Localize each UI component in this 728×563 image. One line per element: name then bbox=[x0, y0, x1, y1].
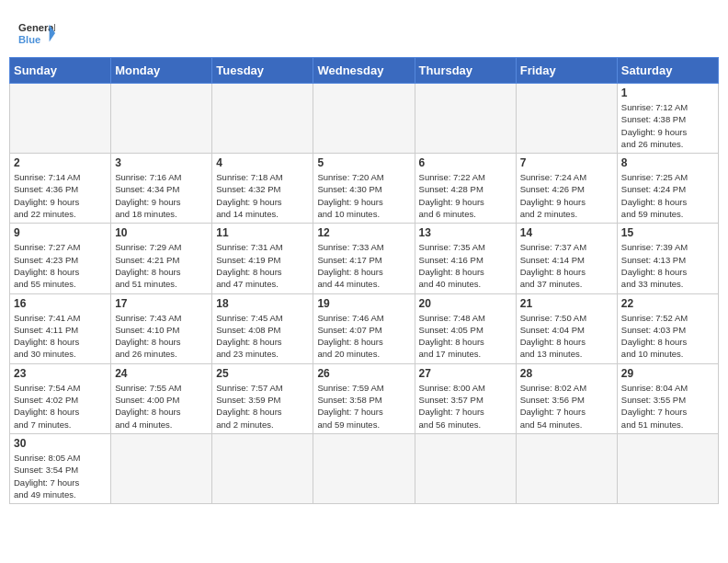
calendar-cell bbox=[10, 84, 111, 154]
day-info: Sunrise: 7:39 AM Sunset: 4:13 PM Dayligh… bbox=[621, 241, 714, 290]
day-info: Sunrise: 7:31 AM Sunset: 4:19 PM Dayligh… bbox=[216, 241, 309, 290]
day-number: 14 bbox=[520, 226, 613, 239]
day-info: Sunrise: 7:27 AM Sunset: 4:23 PM Dayligh… bbox=[14, 241, 107, 290]
day-info: Sunrise: 7:57 AM Sunset: 3:59 PM Dayligh… bbox=[216, 382, 309, 431]
day-header-thursday: Thursday bbox=[415, 58, 516, 84]
calendar-cell: 6Sunrise: 7:22 AM Sunset: 4:28 PM Daylig… bbox=[415, 154, 516, 224]
calendar-cell bbox=[111, 433, 212, 503]
day-number: 6 bbox=[419, 156, 512, 169]
calendar-cell bbox=[516, 84, 617, 154]
calendar-cell: 11Sunrise: 7:31 AM Sunset: 4:19 PM Dayli… bbox=[212, 224, 313, 293]
calendar-cell: 21Sunrise: 7:50 AM Sunset: 4:04 PM Dayli… bbox=[516, 293, 617, 363]
day-header-row: SundayMondayTuesdayWednesdayThursdayFrid… bbox=[10, 58, 719, 84]
day-number: 24 bbox=[115, 367, 208, 380]
day-info: Sunrise: 7:52 AM Sunset: 4:03 PM Dayligh… bbox=[621, 312, 714, 361]
day-number: 13 bbox=[419, 226, 512, 239]
calendar-cell bbox=[313, 84, 415, 154]
day-header-wednesday: Wednesday bbox=[313, 58, 415, 84]
day-info: Sunrise: 7:16 AM Sunset: 4:34 PM Dayligh… bbox=[115, 171, 208, 220]
day-info: Sunrise: 7:46 AM Sunset: 4:07 PM Dayligh… bbox=[317, 312, 410, 361]
day-number: 7 bbox=[520, 156, 613, 169]
calendar-cell: 2Sunrise: 7:14 AM Sunset: 4:36 PM Daylig… bbox=[10, 154, 111, 224]
calendar-cell: 3Sunrise: 7:16 AM Sunset: 4:34 PM Daylig… bbox=[111, 154, 212, 224]
calendar-cell: 17Sunrise: 7:43 AM Sunset: 4:10 PM Dayli… bbox=[111, 293, 212, 363]
calendar-cell: 28Sunrise: 8:02 AM Sunset: 3:56 PM Dayli… bbox=[516, 363, 617, 433]
day-info: Sunrise: 7:41 AM Sunset: 4:11 PM Dayligh… bbox=[14, 312, 107, 361]
day-number: 1 bbox=[621, 86, 714, 99]
calendar-cell: 19Sunrise: 7:46 AM Sunset: 4:07 PM Dayli… bbox=[313, 293, 415, 363]
day-info: Sunrise: 7:14 AM Sunset: 4:36 PM Dayligh… bbox=[14, 171, 107, 220]
day-info: Sunrise: 7:43 AM Sunset: 4:10 PM Dayligh… bbox=[115, 312, 208, 361]
calendar-cell: 18Sunrise: 7:45 AM Sunset: 4:08 PM Dayli… bbox=[212, 293, 313, 363]
day-info: Sunrise: 8:05 AM Sunset: 3:54 PM Dayligh… bbox=[14, 452, 107, 500]
day-number: 17 bbox=[115, 297, 208, 310]
day-header-sunday: Sunday bbox=[10, 58, 111, 84]
calendar-cell: 4Sunrise: 7:18 AM Sunset: 4:32 PM Daylig… bbox=[212, 154, 313, 224]
calendar-cell: 27Sunrise: 8:00 AM Sunset: 3:57 PM Dayli… bbox=[415, 363, 516, 433]
calendar-cell: 9Sunrise: 7:27 AM Sunset: 4:23 PM Daylig… bbox=[10, 224, 111, 293]
day-info: Sunrise: 7:35 AM Sunset: 4:16 PM Dayligh… bbox=[419, 241, 512, 290]
day-info: Sunrise: 7:45 AM Sunset: 4:08 PM Dayligh… bbox=[216, 312, 309, 361]
calendar-cell: 8Sunrise: 7:25 AM Sunset: 4:24 PM Daylig… bbox=[617, 154, 718, 224]
week-row-6: 30Sunrise: 8:05 AM Sunset: 3:54 PM Dayli… bbox=[10, 433, 719, 503]
day-number: 22 bbox=[621, 297, 714, 310]
day-info: Sunrise: 8:00 AM Sunset: 3:57 PM Dayligh… bbox=[419, 382, 512, 431]
calendar-cell: 16Sunrise: 7:41 AM Sunset: 4:11 PM Dayli… bbox=[10, 293, 111, 363]
day-number: 26 bbox=[317, 367, 410, 380]
calendar-cell: 26Sunrise: 7:59 AM Sunset: 3:58 PM Dayli… bbox=[313, 363, 415, 433]
calendar-cell: 1Sunrise: 7:12 AM Sunset: 4:38 PM Daylig… bbox=[617, 84, 718, 154]
day-info: Sunrise: 7:22 AM Sunset: 4:28 PM Dayligh… bbox=[419, 171, 512, 220]
calendar-cell: 5Sunrise: 7:20 AM Sunset: 4:30 PM Daylig… bbox=[313, 154, 415, 224]
day-info: Sunrise: 7:48 AM Sunset: 4:05 PM Dayligh… bbox=[419, 312, 512, 361]
calendar-cell: 23Sunrise: 7:54 AM Sunset: 4:02 PM Dayli… bbox=[10, 363, 111, 433]
calendar-cell: 20Sunrise: 7:48 AM Sunset: 4:05 PM Dayli… bbox=[415, 293, 516, 363]
calendar-cell: 7Sunrise: 7:24 AM Sunset: 4:26 PM Daylig… bbox=[516, 154, 617, 224]
week-row-4: 16Sunrise: 7:41 AM Sunset: 4:11 PM Dayli… bbox=[10, 293, 719, 363]
day-header-tuesday: Tuesday bbox=[212, 58, 313, 84]
calendar-cell: 10Sunrise: 7:29 AM Sunset: 4:21 PM Dayli… bbox=[111, 224, 212, 293]
day-number: 28 bbox=[520, 367, 613, 380]
day-number: 16 bbox=[14, 297, 107, 310]
day-number: 11 bbox=[216, 226, 309, 239]
calendar-cell: 15Sunrise: 7:39 AM Sunset: 4:13 PM Dayli… bbox=[617, 224, 718, 293]
day-number: 15 bbox=[621, 226, 714, 239]
calendar-cell: 25Sunrise: 7:57 AM Sunset: 3:59 PM Dayli… bbox=[212, 363, 313, 433]
day-info: Sunrise: 8:02 AM Sunset: 3:56 PM Dayligh… bbox=[520, 382, 613, 431]
calendar-cell bbox=[313, 433, 415, 503]
svg-text:Blue: Blue bbox=[18, 34, 40, 45]
calendar-cell: 30Sunrise: 8:05 AM Sunset: 3:54 PM Dayli… bbox=[10, 433, 111, 503]
day-number: 19 bbox=[317, 297, 410, 310]
day-info: Sunrise: 7:37 AM Sunset: 4:14 PM Dayligh… bbox=[520, 241, 613, 290]
day-info: Sunrise: 7:18 AM Sunset: 4:32 PM Dayligh… bbox=[216, 171, 309, 220]
day-info: Sunrise: 7:33 AM Sunset: 4:17 PM Dayligh… bbox=[317, 241, 410, 290]
calendar-cell bbox=[212, 433, 313, 503]
calendar-cell bbox=[111, 84, 212, 154]
day-number: 4 bbox=[216, 156, 309, 169]
day-number: 3 bbox=[115, 156, 208, 169]
week-row-3: 9Sunrise: 7:27 AM Sunset: 4:23 PM Daylig… bbox=[10, 224, 719, 293]
calendar-cell: 29Sunrise: 8:04 AM Sunset: 3:55 PM Dayli… bbox=[617, 363, 718, 433]
day-number: 2 bbox=[14, 156, 107, 169]
day-info: Sunrise: 7:25 AM Sunset: 4:24 PM Dayligh… bbox=[621, 171, 714, 220]
calendar: SundayMondayTuesdayWednesdayThursdayFrid… bbox=[9, 57, 719, 504]
day-number: 23 bbox=[14, 367, 107, 380]
day-number: 30 bbox=[14, 437, 107, 450]
calendar-cell: 14Sunrise: 7:37 AM Sunset: 4:14 PM Dayli… bbox=[516, 224, 617, 293]
day-number: 20 bbox=[419, 297, 512, 310]
day-header-monday: Monday bbox=[111, 58, 212, 84]
day-info: Sunrise: 7:20 AM Sunset: 4:30 PM Dayligh… bbox=[317, 171, 410, 220]
day-info: Sunrise: 7:24 AM Sunset: 4:26 PM Dayligh… bbox=[520, 171, 613, 220]
calendar-cell bbox=[617, 433, 718, 503]
day-info: Sunrise: 7:29 AM Sunset: 4:21 PM Dayligh… bbox=[115, 241, 208, 290]
day-info: Sunrise: 7:59 AM Sunset: 3:58 PM Dayligh… bbox=[317, 382, 410, 431]
day-number: 5 bbox=[317, 156, 410, 169]
week-row-1: 1Sunrise: 7:12 AM Sunset: 4:38 PM Daylig… bbox=[10, 84, 719, 154]
calendar-cell: 12Sunrise: 7:33 AM Sunset: 4:17 PM Dayli… bbox=[313, 224, 415, 293]
week-row-5: 23Sunrise: 7:54 AM Sunset: 4:02 PM Dayli… bbox=[10, 363, 719, 433]
day-info: Sunrise: 7:54 AM Sunset: 4:02 PM Dayligh… bbox=[14, 382, 107, 431]
day-number: 10 bbox=[115, 226, 208, 239]
calendar-cell: 22Sunrise: 7:52 AM Sunset: 4:03 PM Dayli… bbox=[617, 293, 718, 363]
day-info: Sunrise: 8:04 AM Sunset: 3:55 PM Dayligh… bbox=[621, 382, 714, 431]
calendar-cell: 13Sunrise: 7:35 AM Sunset: 4:16 PM Dayli… bbox=[415, 224, 516, 293]
day-number: 25 bbox=[216, 367, 309, 380]
